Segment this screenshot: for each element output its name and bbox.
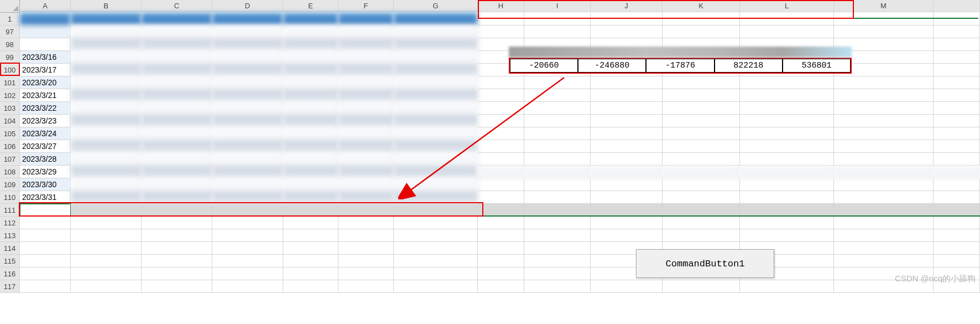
cell-L106[interactable] [740,140,834,153]
cell-A113[interactable] [20,229,71,242]
cell-x108[interactable] [934,166,980,178]
cell-K110[interactable] [663,191,740,204]
cell-H106[interactable] [478,140,524,153]
cell-I104[interactable] [524,115,591,127]
col-header[interactable] [934,0,980,12]
cell-G98[interactable] [394,38,478,51]
cell-C99[interactable] [142,51,212,64]
cell-H103[interactable] [478,102,524,115]
cell-F103[interactable] [338,102,394,115]
cell-M114[interactable] [834,242,934,255]
cell-B111[interactable] [71,204,142,217]
cell-D112[interactable] [212,217,283,229]
cell-G116[interactable] [394,268,478,280]
cell-C115[interactable] [142,255,212,268]
cell-K109[interactable] [663,178,740,191]
cell-C112[interactable] [142,217,212,229]
cell-H107[interactable] [478,153,524,166]
cell-B1[interactable] [71,13,142,25]
cell-F98[interactable] [338,38,394,51]
col-header-h[interactable]: H [478,0,524,12]
cell-G104[interactable] [394,115,478,127]
row-header-113[interactable]: 113 [0,229,20,242]
cell-E100[interactable] [283,64,338,76]
cell-G101[interactable] [394,76,478,89]
cell-M97[interactable] [834,25,934,38]
cell-D102[interactable] [212,89,283,102]
cell-K112[interactable] [663,217,740,229]
cell-K101[interactable] [663,76,740,89]
cell-L107[interactable] [740,153,834,166]
cell-D1[interactable] [212,13,283,25]
cell-x105[interactable] [934,127,980,140]
cell-A101[interactable]: 2023/3/20 [20,76,71,89]
cell-x99[interactable] [934,51,980,64]
cell-C103[interactable] [142,102,212,115]
col-header-g[interactable]: G [394,0,478,12]
cell-C109[interactable] [142,178,212,191]
cell-J109[interactable] [591,178,663,191]
cell-C106[interactable] [142,140,212,153]
cell-F116[interactable] [338,268,394,280]
cell-B107[interactable] [71,153,142,166]
cell-H112[interactable] [478,217,524,229]
cell-D110[interactable] [212,191,283,204]
cell-C104[interactable] [142,115,212,127]
cell-H117[interactable] [478,280,524,293]
cell-D109[interactable] [212,178,283,191]
cell-G100[interactable] [394,64,478,76]
row-header-104[interactable]: 104 [0,115,20,127]
cell-B101[interactable] [71,76,142,89]
cell-D101[interactable] [212,76,283,89]
cell-A111[interactable] [20,204,71,217]
cell-L104[interactable] [740,115,834,127]
cell-K106[interactable] [663,140,740,153]
cell-D114[interactable] [212,242,283,255]
cell-H108[interactable] [478,166,524,178]
cell-I105[interactable] [524,127,591,140]
cell-A109[interactable]: 2023/3/30 [20,178,71,191]
cell-I106[interactable] [524,140,591,153]
row-header-116[interactable]: 116 [0,268,20,280]
cell-J1[interactable] [591,13,663,25]
cell-E114[interactable] [283,242,338,255]
cell-H113[interactable] [478,229,524,242]
cell-E104[interactable] [283,115,338,127]
cell-K105[interactable] [663,127,740,140]
cell-D108[interactable] [212,166,283,178]
cell-G112[interactable] [394,217,478,229]
cell-K117[interactable] [663,280,740,293]
cell-x115[interactable] [934,255,980,268]
cell-M101[interactable] [834,76,934,89]
cell-A116[interactable] [20,268,71,280]
cell-E109[interactable] [283,178,338,191]
cell-H105[interactable] [478,127,524,140]
cell-L101[interactable] [740,76,834,89]
cell-B105[interactable] [71,127,142,140]
cell-B113[interactable] [71,229,142,242]
cell-H102[interactable] [478,89,524,102]
col-header-d[interactable]: D [212,0,283,12]
cell-x103[interactable] [934,102,980,115]
cell-x113[interactable] [934,229,980,242]
cell-A98[interactable] [20,38,71,51]
cell-F106[interactable] [338,140,394,153]
cell-G106[interactable] [394,140,478,153]
cell-C114[interactable] [142,242,212,255]
cell-A1[interactable] [20,13,71,25]
cell-B114[interactable] [71,242,142,255]
cell-C117[interactable] [142,280,212,293]
cell-L102[interactable] [740,89,834,102]
cell-x107[interactable] [934,153,980,166]
cell-A110[interactable]: 2023/3/31 [20,191,71,204]
cell-F1[interactable] [338,13,394,25]
cell-F107[interactable] [338,153,394,166]
col-header-j[interactable]: J [591,0,663,12]
cell-F117[interactable] [338,280,394,293]
row-header-105[interactable]: 105 [0,127,20,140]
cell-H115[interactable] [478,255,524,268]
cell-J103[interactable] [591,102,663,115]
cell-M103[interactable] [834,102,934,115]
cell-I107[interactable] [524,153,591,166]
cell-B97[interactable] [71,25,142,38]
